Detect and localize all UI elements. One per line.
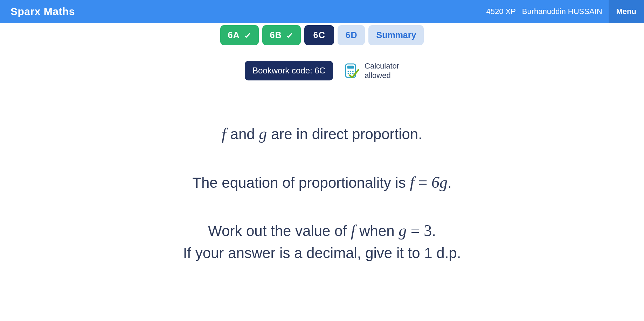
calculator-text-line2: allowed: [365, 71, 399, 80]
math-eq-sign: =: [414, 173, 431, 191]
math-var-f: f: [222, 125, 226, 143]
question-body: f and g are in direct proportion. The eq…: [0, 122, 644, 264]
tab-label: 6D: [345, 30, 357, 40]
menu-button[interactable]: Menu: [609, 0, 644, 23]
text: If your answer is a decimal, give it to …: [183, 245, 461, 261]
text: The equation of proportionality is: [192, 174, 410, 191]
calculator-text: Calculator allowed: [365, 61, 399, 80]
tab-summary[interactable]: Summary: [368, 25, 424, 45]
tab-label: Summary: [376, 30, 416, 40]
math-eq-sign: =: [407, 222, 424, 240]
tab-6b[interactable]: 6B: [262, 25, 301, 45]
text: and: [226, 126, 259, 142]
calculator-icon: [344, 63, 360, 79]
text: when: [355, 223, 399, 239]
math-eq-lhs: g: [399, 222, 407, 240]
calculator-text-line1: Calculator: [365, 61, 399, 71]
svg-rect-1: [347, 66, 354, 69]
math-eq-rhs: 6g: [431, 173, 448, 191]
check-icon: [243, 31, 251, 39]
info-row: Bookwork code: 6C Calculator allowed: [0, 61, 644, 80]
svg-point-2: [348, 71, 349, 72]
check-icon: [285, 31, 293, 39]
svg-point-6: [350, 73, 351, 74]
bookwork-code: Bookwork code: 6C: [245, 61, 333, 80]
question-line-1: f and g are in direct proportion.: [0, 122, 644, 146]
tab-label: 6B: [270, 30, 282, 40]
tab-6d[interactable]: 6D: [338, 25, 365, 45]
question-tabs: 6A 6B 6C 6D Summary: [0, 25, 644, 45]
svg-point-7: [352, 73, 354, 74]
math-var-g: g: [259, 125, 267, 143]
brand-logo[interactable]: Sparx Maths: [11, 6, 75, 17]
svg-point-4: [352, 71, 354, 72]
question-line-2: The equation of proportionality is f = 6…: [0, 171, 644, 194]
text: Work out the value of: [208, 223, 351, 239]
text: .: [432, 223, 436, 239]
tab-label: 6A: [228, 30, 240, 40]
question-line-3: Work out the value of f when g = 3. If y…: [0, 219, 644, 264]
calculator-allowed: Calculator allowed: [344, 61, 399, 80]
xp-counter: 4520 XP: [486, 7, 515, 16]
header-right: 4520 XP Burhanuddin HUSSAIN Menu: [486, 0, 644, 23]
math-eq-lhs: f: [410, 173, 414, 191]
tab-label: 6C: [313, 30, 325, 40]
text: .: [448, 174, 452, 191]
text: are in direct proportion.: [267, 126, 422, 142]
math-var-f: f: [351, 222, 355, 240]
svg-point-3: [350, 71, 351, 72]
username-label: Burhanuddin HUSSAIN: [522, 7, 602, 16]
tab-6a[interactable]: 6A: [220, 25, 259, 45]
app-header: Sparx Maths 4520 XP Burhanuddin HUSSAIN …: [0, 0, 644, 23]
svg-point-5: [348, 73, 349, 74]
tab-6c[interactable]: 6C: [304, 25, 334, 45]
math-eq-rhs: 3: [424, 222, 432, 240]
